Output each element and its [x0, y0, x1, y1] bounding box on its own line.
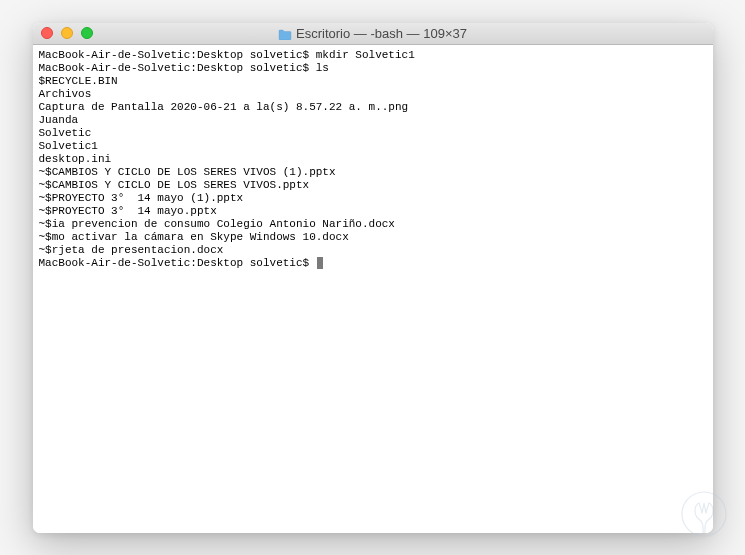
titlebar[interactable]: Escritorio — -bash — 109×37 — [33, 23, 713, 45]
watermark-icon — [681, 491, 727, 537]
output-line: $RECYCLE.BIN — [39, 75, 707, 88]
command-text: mkdir Solvetic1 — [316, 49, 415, 61]
output-line: ~$rjeta de presentacion.docx — [39, 244, 707, 257]
output-line: ~$PROYECTO 3° 14 mayo.pptx — [39, 205, 707, 218]
output-line: ~$CAMBIOS Y CICLO DE LOS SERES VIVOS (1)… — [39, 166, 707, 179]
output-line: Captura de Pantalla 2020-06-21 a la(s) 8… — [39, 101, 707, 114]
output-line: Archivos — [39, 88, 707, 101]
svg-point-0 — [682, 492, 726, 536]
terminal-window: Escritorio — -bash — 109×37 MacBook-Air-… — [33, 23, 713, 533]
output-line: ~$ia prevencion de consumo Colegio Anton… — [39, 218, 707, 231]
folder-icon — [278, 28, 292, 39]
window-title-container: Escritorio — -bash — 109×37 — [33, 26, 713, 41]
close-button[interactable] — [41, 27, 53, 39]
terminal-line: MacBook-Air-de-Solvetic:Desktop solvetic… — [39, 49, 707, 62]
window-title: Escritorio — -bash — 109×37 — [296, 26, 467, 41]
output-line: Solvetic1 — [39, 140, 707, 153]
output-line: ~$CAMBIOS Y CICLO DE LOS SERES VIVOS.ppt… — [39, 179, 707, 192]
command-text: ls — [316, 62, 329, 74]
output-line: desktop.ini — [39, 153, 707, 166]
prompt: MacBook-Air-de-Solvetic:Desktop solvetic… — [39, 257, 316, 269]
terminal-line: MacBook-Air-de-Solvetic:Desktop solvetic… — [39, 257, 707, 270]
terminal-line: MacBook-Air-de-Solvetic:Desktop solvetic… — [39, 62, 707, 75]
cursor — [317, 257, 323, 269]
minimize-button[interactable] — [61, 27, 73, 39]
output-line: ~$PROYECTO 3° 14 mayo (1).pptx — [39, 192, 707, 205]
zoom-button[interactable] — [81, 27, 93, 39]
prompt: MacBook-Air-de-Solvetic:Desktop solvetic… — [39, 49, 316, 61]
traffic-lights — [33, 27, 93, 39]
prompt: MacBook-Air-de-Solvetic:Desktop solvetic… — [39, 62, 316, 74]
output-line: ~$mo activar la cámara en Skype Windows … — [39, 231, 707, 244]
output-line: Solvetic — [39, 127, 707, 140]
terminal-body[interactable]: MacBook-Air-de-Solvetic:Desktop solvetic… — [33, 45, 713, 533]
output-line: Juanda — [39, 114, 707, 127]
